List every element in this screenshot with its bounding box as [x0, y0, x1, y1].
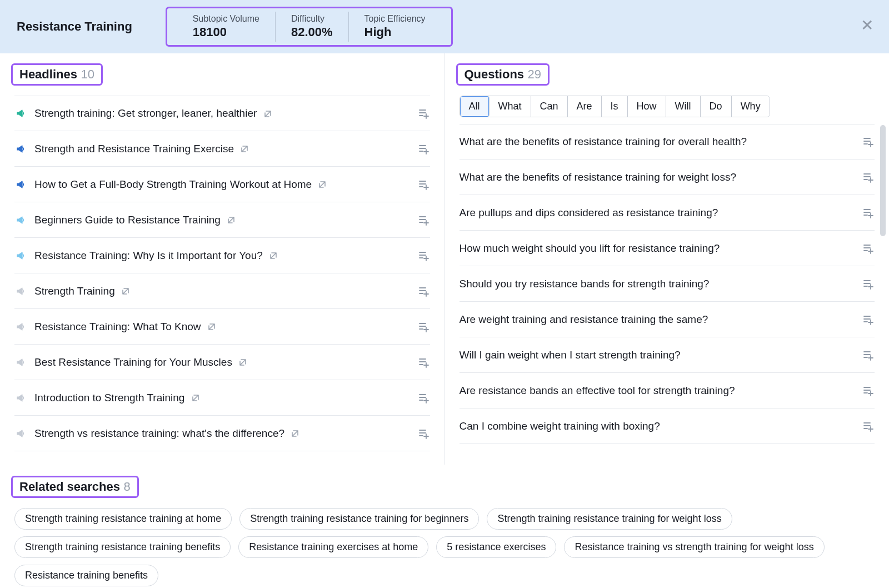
headlines-header: Headlines 10: [14, 63, 430, 86]
scrollbar-thumb[interactable]: [880, 125, 886, 236]
related-search-chip[interactable]: Resistance training vs strength training…: [564, 536, 824, 558]
bullhorn-icon: [16, 321, 27, 332]
question-filter-tabs: AllWhatCanAreIsHowWillDoWhy: [460, 96, 770, 117]
headlines-list: Strength training: Get stronger, leaner,…: [14, 96, 430, 451]
add-to-list-icon[interactable]: [418, 214, 430, 226]
external-link-icon[interactable]: [223, 214, 236, 226]
headline-text: Resistance Training: Why Is it Important…: [34, 250, 410, 262]
headline-row[interactable]: How to Get a Full-Body Strength Training…: [14, 167, 430, 202]
external-link-icon[interactable]: [287, 427, 299, 439]
add-to-list-icon[interactable]: [418, 321, 430, 333]
bullhorn-icon: [16, 286, 27, 297]
metric-label: Topic Efficiency: [364, 14, 426, 24]
question-tab-how[interactable]: How: [628, 96, 666, 117]
add-to-list-icon[interactable]: [418, 356, 430, 368]
question-tab-are[interactable]: Are: [568, 96, 602, 117]
external-link-icon[interactable]: [118, 285, 130, 297]
bullhorn-icon: [16, 179, 27, 190]
related-search-chip[interactable]: Strength training resistance training be…: [14, 536, 231, 558]
question-row[interactable]: Should you try resistance bands for stre…: [460, 266, 875, 302]
related-search-chip[interactable]: 5 resistance exercises: [436, 536, 556, 558]
question-text: Are resistance bands an effective tool f…: [460, 385, 855, 397]
headline-row[interactable]: Beginners Guide to Resistance Training: [14, 202, 430, 238]
add-to-list-icon[interactable]: [862, 207, 875, 219]
question-text: Are pullups and dips considered as resis…: [460, 207, 855, 219]
related-search-chip[interactable]: Strength training resistance training fo…: [487, 508, 732, 530]
add-to-list-icon[interactable]: [862, 385, 875, 397]
external-link-icon[interactable]: [314, 178, 327, 190]
question-tab-all[interactable]: All: [460, 96, 490, 117]
question-text: Can I combine weight training with boxin…: [460, 420, 855, 432]
add-to-list-icon[interactable]: [418, 392, 430, 404]
question-tab-is[interactable]: Is: [602, 96, 628, 117]
headline-row[interactable]: Resistance Training: Why Is it Important…: [14, 238, 430, 273]
add-to-list-icon[interactable]: [862, 313, 875, 326]
question-row[interactable]: How much weight should you lift for resi…: [460, 231, 875, 266]
question-row[interactable]: Are pullups and dips considered as resis…: [460, 195, 875, 231]
add-to-list-icon[interactable]: [862, 171, 875, 183]
add-to-list-icon[interactable]: [862, 242, 875, 255]
bullhorn-icon: [16, 250, 27, 261]
add-to-list-icon[interactable]: [418, 107, 430, 119]
metrics-box: Subtopic Volume 18100 Difficulty 82.00% …: [166, 7, 453, 47]
question-tab-why[interactable]: Why: [732, 96, 770, 117]
headline-row[interactable]: Strength training: Get stronger, leaner,…: [14, 96, 430, 131]
metric-subtopic-volume: Subtopic Volume 18100: [177, 12, 275, 42]
headlines-column: Headlines 10 Strength training: Get stro…: [0, 53, 445, 465]
question-row[interactable]: Will I gain weight when I start strength…: [460, 337, 875, 373]
question-tab-do[interactable]: Do: [701, 96, 732, 117]
headline-row[interactable]: Strength vs resistance training: what's …: [14, 416, 430, 451]
add-to-list-icon[interactable]: [862, 420, 875, 432]
add-to-list-icon[interactable]: [418, 178, 430, 191]
questions-column: Questions 29 AllWhatCanAreIsHowWillDoWhy…: [445, 53, 890, 465]
headline-row[interactable]: Introduction to Strength Training: [14, 380, 430, 416]
metric-difficulty: Difficulty 82.00%: [275, 12, 348, 42]
question-row[interactable]: What are the benefits of resistance trai…: [460, 124, 875, 160]
question-text: Will I gain weight when I start strength…: [460, 349, 855, 361]
related-search-chip[interactable]: Resistance training benefits: [14, 565, 158, 586]
headline-text: Introduction to Strength Training: [34, 392, 410, 404]
add-to-list-icon[interactable]: [862, 136, 875, 148]
question-row[interactable]: What are the benefits of resistance trai…: [460, 160, 875, 195]
question-row[interactable]: Are weight training and resistance train…: [460, 302, 875, 337]
close-icon[interactable]: ✕: [861, 18, 873, 33]
bullhorn-icon: [16, 215, 27, 226]
add-to-list-icon[interactable]: [418, 285, 430, 297]
headlines-count: 10: [81, 67, 94, 81]
add-to-list-icon[interactable]: [418, 143, 430, 155]
headline-row[interactable]: Resistance Training: What To Know: [14, 309, 430, 345]
related-chips: Strength training resistance training at…: [14, 508, 875, 586]
add-to-list-icon[interactable]: [862, 278, 875, 290]
question-row[interactable]: Can I combine weight training with boxin…: [460, 408, 875, 444]
headline-row[interactable]: Best Resistance Training for Your Muscle…: [14, 345, 430, 380]
external-link-icon[interactable]: [266, 250, 278, 261]
headline-text: Beginners Guide to Resistance Training: [34, 214, 410, 226]
question-text: What are the benefits of resistance trai…: [460, 171, 855, 183]
metric-label: Subtopic Volume: [193, 14, 259, 24]
question-row[interactable]: Are resistance bands an effective tool f…: [460, 373, 875, 408]
add-to-list-icon[interactable]: [418, 427, 430, 440]
related-search-chip[interactable]: Resistance training exercises at home: [238, 536, 428, 558]
add-to-list-icon[interactable]: [418, 250, 430, 262]
question-text: How much weight should you lift for resi…: [460, 242, 855, 255]
headline-text: How to Get a Full-Body Strength Training…: [34, 178, 410, 191]
related-searches-section: Related searches 8 Strength training res…: [0, 465, 889, 586]
external-link-icon[interactable]: [260, 107, 272, 119]
external-link-icon[interactable]: [237, 143, 249, 155]
external-link-icon[interactable]: [188, 392, 200, 403]
question-tab-will[interactable]: Will: [666, 96, 701, 117]
external-link-icon[interactable]: [204, 321, 216, 332]
question-tab-can[interactable]: Can: [531, 96, 568, 117]
question-tab-what[interactable]: What: [490, 96, 531, 117]
headlines-title: Headlines: [19, 67, 77, 81]
bullhorn-icon: [16, 392, 27, 403]
headline-row[interactable]: Strength Training: [14, 273, 430, 309]
questions-list: What are the benefits of resistance trai…: [460, 124, 875, 444]
add-to-list-icon[interactable]: [862, 349, 875, 361]
metric-value: 18100: [193, 25, 259, 39]
related-search-chip[interactable]: Strength training resistance training at…: [14, 508, 232, 530]
external-link-icon[interactable]: [235, 356, 247, 368]
related-search-chip[interactable]: Strength training resistance training fo…: [239, 508, 479, 530]
headline-row[interactable]: Strength and Resistance Training Exercis…: [14, 131, 430, 167]
bullhorn-icon: [16, 357, 27, 368]
